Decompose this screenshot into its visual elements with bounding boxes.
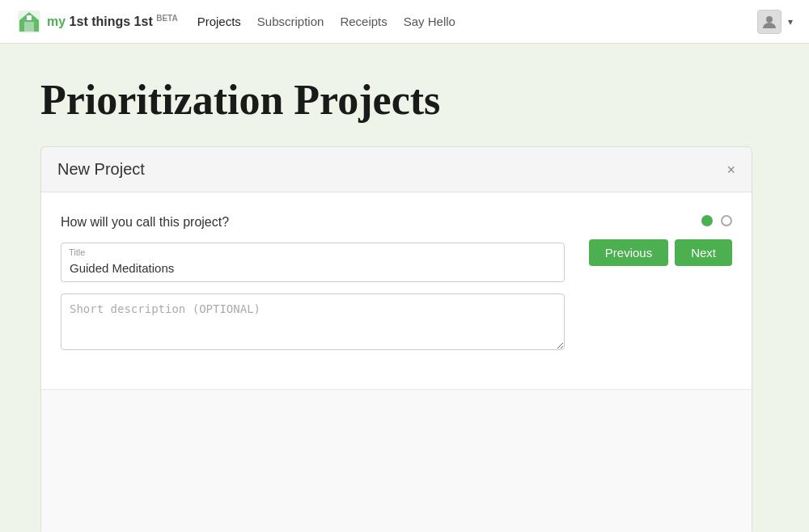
card-body: How will you call this project? Title Pr…	[41, 192, 752, 389]
svg-rect-2	[24, 22, 34, 32]
close-button[interactable]: ×	[726, 163, 735, 177]
next-button[interactable]: Next	[675, 239, 732, 266]
wizard-buttons: Previous Next	[589, 239, 732, 266]
brand-text: my 1st things 1st BETA	[47, 14, 178, 29]
nav-subscription[interactable]: Subscription	[257, 15, 324, 28]
user-icon	[762, 15, 777, 29]
card-header: New Project ×	[41, 147, 752, 192]
main-content: Prioritization Projects New Project × Ho…	[0, 44, 809, 532]
title-input[interactable]	[61, 243, 565, 282]
step-dot-2	[721, 215, 732, 226]
app-icon	[16, 9, 42, 35]
card-footer-area	[41, 389, 752, 532]
title-field-group: Title	[61, 243, 565, 282]
page-title: Prioritization Projects	[40, 76, 769, 124]
nav-receipts[interactable]: Receipts	[340, 15, 387, 28]
nav-links: Projects Subscription Receipts Say Hello	[197, 15, 757, 28]
user-dropdown-arrow[interactable]: ▾	[788, 16, 793, 27]
nav-say-hello[interactable]: Say Hello	[404, 15, 455, 28]
svg-point-4	[766, 16, 773, 23]
description-textarea[interactable]	[61, 293, 565, 350]
nav-projects[interactable]: Projects	[197, 15, 241, 28]
user-icon-button[interactable]	[757, 10, 781, 34]
form-section: How will you call this project? Title	[61, 215, 565, 365]
description-field-group	[61, 293, 565, 353]
step-dot-1	[701, 215, 713, 226]
previous-button[interactable]: Previous	[589, 239, 668, 266]
navbar-right: ▾	[757, 10, 793, 34]
title-label: Title	[69, 247, 85, 257]
navbar: my 1st things 1st BETA Projects Subscrip…	[0, 0, 809, 44]
svg-rect-3	[27, 15, 32, 20]
new-project-card: New Project × How will you call this pro…	[40, 146, 752, 532]
form-question: How will you call this project?	[61, 215, 565, 230]
step-indicators	[701, 215, 732, 226]
brand: my 1st things 1st BETA	[16, 9, 178, 35]
card-title: New Project	[57, 160, 145, 179]
wizard-controls: Previous Next	[589, 215, 732, 365]
